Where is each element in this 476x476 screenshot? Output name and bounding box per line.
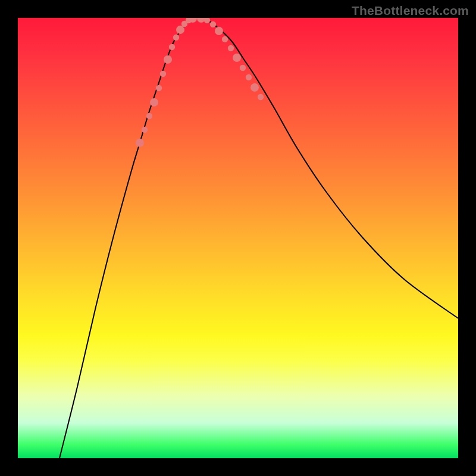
highlight-dots-right-point <box>250 83 259 92</box>
highlight-dots-left-point <box>164 55 172 64</box>
highlight-dots-left-point <box>150 98 158 107</box>
highlight-dots-right-point <box>228 45 234 51</box>
highlight-dots-right-point <box>233 54 241 62</box>
highlight-dots-right-point <box>215 27 223 35</box>
highlight-dots-left-point <box>160 71 166 77</box>
highlight-dots-left-point <box>169 44 175 50</box>
highlight-dots-left-point <box>173 35 179 40</box>
highlight-dots-right-point <box>210 21 216 27</box>
bottleneck-curve-left <box>60 18 196 458</box>
bottleneck-curve-svg <box>18 18 458 458</box>
highlight-dots-left-point <box>136 139 144 147</box>
watermark-text: TheBottleneck.com <box>352 4 469 18</box>
highlight-dots-right-point <box>222 36 228 42</box>
highlight-dots-left-point <box>156 85 162 91</box>
highlight-dots-left-point <box>146 113 152 119</box>
highlight-dots-right-point <box>246 74 252 80</box>
chart-plot-area <box>18 18 458 458</box>
bottleneck-curve-right <box>196 18 458 318</box>
highlight-dots-left-point <box>142 127 148 133</box>
highlight-dots-right-point <box>258 94 264 100</box>
highlight-dots-left-point <box>176 26 184 34</box>
highlight-dots-right-point <box>240 65 246 71</box>
highlight-dots-right-point <box>204 18 210 23</box>
